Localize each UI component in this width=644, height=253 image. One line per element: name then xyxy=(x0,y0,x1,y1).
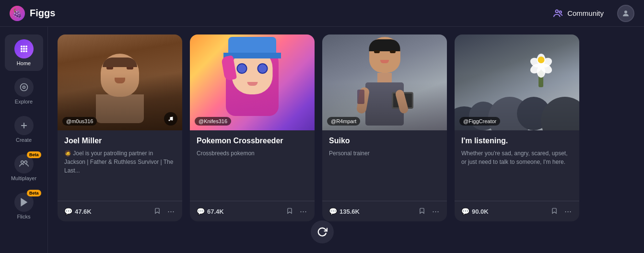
svg-point-2 xyxy=(624,11,627,13)
card-footer-pokemon: 💬 67.4K ⋯ xyxy=(190,201,315,221)
sidebar-item-explore[interactable]: Explore xyxy=(5,73,43,109)
card-im-listening[interactable]: @FiggCreator I'm listening. Whether you'… xyxy=(455,34,579,221)
card-music-icon-joel xyxy=(164,112,177,126)
community-label: Community xyxy=(567,9,604,17)
sidebar-explore-label: Explore xyxy=(15,99,33,104)
sidebar-item-create[interactable]: Create xyxy=(5,111,43,148)
card-title-pokemon: Pokemon Crossbreeder xyxy=(197,136,308,146)
card-image-suiko: @R4mpart xyxy=(322,34,447,130)
card-actions-joel: ⋯ xyxy=(153,206,176,217)
sidebar-create-label: Create xyxy=(16,137,32,143)
explore-icon xyxy=(19,82,29,92)
refresh-button[interactable] xyxy=(311,220,334,243)
more-icon-pokemon[interactable]: ⋯ xyxy=(299,206,308,217)
card-description-listening: Whether you're sad, angry, scared, upset… xyxy=(461,149,573,195)
svg-point-13 xyxy=(23,86,25,89)
more-icon-joel[interactable]: ⋯ xyxy=(166,206,176,217)
card-image-pokemon: @Knifes316 xyxy=(190,34,315,130)
svg-point-8 xyxy=(25,48,27,50)
sidebar-multiplayer-label: Multiplayer xyxy=(11,175,36,181)
card-title-suiko: Suiko xyxy=(329,136,440,146)
create-icon xyxy=(19,121,29,130)
bookmark-icon-suiko[interactable] xyxy=(418,207,426,217)
card-badge-listening: @FiggCreator xyxy=(459,117,500,126)
card-badge-pokemon: @Knifes316 xyxy=(195,117,231,126)
card-joel-miller[interactable]: @m0us316 Joel Miller 🧔 Joel is your patr… xyxy=(58,34,182,221)
logo-icon: 🍇 xyxy=(10,6,25,21)
multiplayer-beta-badge: Beta xyxy=(27,151,41,158)
card-stat-pokemon: 💬 67.4K xyxy=(197,207,281,215)
card-description-pokemon: Crossbreeds pokemon xyxy=(197,149,308,195)
card-pokemon-crossbreeder[interactable]: @Knifes316 Pokemon Crossbreeder Crossbre… xyxy=(190,34,315,221)
card-body-pokemon: Pokemon Crossbreeder Crossbreeds pokemon xyxy=(190,130,315,201)
more-icon-suiko[interactable]: ⋯ xyxy=(431,206,440,217)
card-badge-joel: @m0us316 xyxy=(62,117,97,126)
card-body-suiko: Suiko Personal trainer xyxy=(322,130,447,201)
refresh-button-container xyxy=(311,220,334,243)
card-stat-suiko: 💬 135.6K xyxy=(329,207,414,215)
header-left: 🍇 Figgs xyxy=(10,6,55,21)
chat-icon-pokemon: 💬 xyxy=(197,207,205,215)
svg-point-0 xyxy=(556,10,559,12)
card-suiko[interactable]: @R4mpart Suiko Personal trainer 💬 135.6K… xyxy=(322,34,447,221)
card-footer-listening: 💬 90.0K ⋯ xyxy=(455,201,579,221)
card-actions-suiko: ⋯ xyxy=(418,206,440,217)
cards-container: @m0us316 Joel Miller 🧔 Joel is your patr… xyxy=(48,27,644,253)
sidebar-item-multiplayer[interactable]: Beta Multiplayer xyxy=(5,150,43,186)
sidebar-item-home[interactable]: Home xyxy=(5,34,43,71)
home-icon-bg xyxy=(14,39,34,58)
card-stat-listening: 💬 90.0K xyxy=(461,207,546,215)
svg-point-19 xyxy=(169,120,170,121)
card-footer-joel: 💬 47.6K ⋯ xyxy=(58,201,182,221)
bookmark-icon-joel[interactable] xyxy=(153,207,162,217)
sidebar: Home Explore Create Beta xyxy=(0,27,48,253)
chat-icon-listening: 💬 xyxy=(461,207,469,215)
chat-icon-joel: 💬 xyxy=(64,207,72,215)
svg-point-17 xyxy=(24,161,26,164)
bookmark-icon-pokemon[interactable] xyxy=(285,207,294,217)
svg-marker-18 xyxy=(21,199,27,206)
card-image-listening: @FiggCreator xyxy=(455,34,579,130)
card-actions-pokemon: ⋯ xyxy=(285,206,308,217)
person-icon xyxy=(621,9,630,18)
explore-icon-bg xyxy=(14,78,34,97)
stat-value-pokemon: 67.4K xyxy=(207,208,224,215)
app-name: Figgs xyxy=(30,8,55,19)
create-icon-bg xyxy=(14,116,34,135)
stat-value-suiko: 135.6K xyxy=(340,208,360,215)
svg-point-5 xyxy=(25,46,27,47)
svg-point-16 xyxy=(21,161,23,164)
stat-value-joel: 47.6K xyxy=(75,208,92,215)
card-footer-suiko: 💬 135.6K ⋯ xyxy=(322,201,447,221)
card-body-joel: Joel Miller 🧔 Joel is your patrolling pa… xyxy=(58,130,182,201)
sidebar-flicks-label: Flicks xyxy=(17,214,30,219)
card-title-listening: I'm listening. xyxy=(461,136,573,146)
bookmark-icon-listening[interactable] xyxy=(550,207,559,217)
refresh-icon xyxy=(317,227,328,237)
svg-point-1 xyxy=(559,11,562,13)
user-avatar[interactable] xyxy=(617,5,634,22)
main-layout: Home Explore Create Beta xyxy=(0,27,644,253)
community-button[interactable]: Community xyxy=(547,5,609,22)
card-actions-listening: ⋯ xyxy=(550,206,573,217)
sidebar-item-flicks[interactable]: Beta Flicks xyxy=(5,188,43,224)
header: 🍇 Figgs Community xyxy=(0,0,644,27)
stat-value-listening: 90.0K xyxy=(472,208,489,215)
chat-icon-suiko: 💬 xyxy=(329,207,337,215)
card-title-joel: Joel Miller xyxy=(64,136,176,146)
card-description-suiko: Personal trainer xyxy=(329,149,440,195)
flicks-icon xyxy=(19,197,29,207)
header-right: Community xyxy=(547,5,634,22)
community-icon xyxy=(553,8,563,19)
flicks-beta-badge: Beta xyxy=(27,190,41,196)
svg-point-6 xyxy=(20,48,22,50)
home-icon xyxy=(19,44,29,54)
svg-point-12 xyxy=(20,84,27,91)
sidebar-home-label: Home xyxy=(17,60,31,66)
multiplayer-icon xyxy=(19,159,29,169)
svg-point-10 xyxy=(23,50,24,52)
more-icon-listening[interactable]: ⋯ xyxy=(563,206,573,217)
svg-point-4 xyxy=(23,46,24,47)
svg-point-3 xyxy=(20,46,22,47)
svg-point-11 xyxy=(25,50,27,52)
